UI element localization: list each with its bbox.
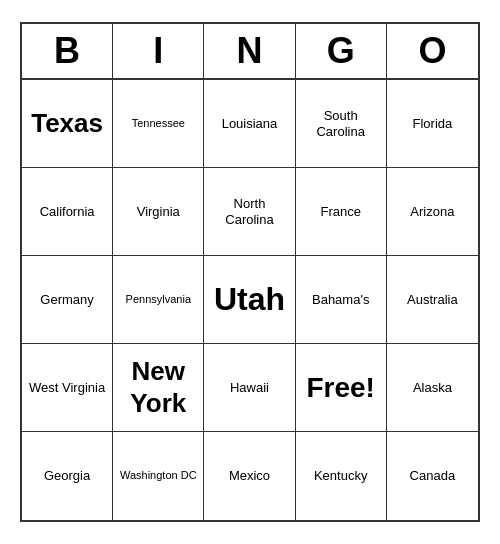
bingo-cell: South Carolina [296, 80, 387, 168]
bingo-cell: Canada [387, 432, 478, 520]
bingo-cell: Utah [204, 256, 295, 344]
bingo-cell: West Virginia [22, 344, 113, 432]
bingo-header-letter: O [387, 24, 478, 78]
bingo-cell: Kentucky [296, 432, 387, 520]
bingo-cell: Washington DC [113, 432, 204, 520]
bingo-cell: Arizona [387, 168, 478, 256]
bingo-cell: Germany [22, 256, 113, 344]
bingo-cell: Hawaii [204, 344, 295, 432]
bingo-grid: TexasTennesseeLouisianaSouth CarolinaFlo… [22, 80, 478, 520]
bingo-cell: New York [113, 344, 204, 432]
bingo-cell: France [296, 168, 387, 256]
bingo-header: BINGO [22, 24, 478, 80]
bingo-header-letter: I [113, 24, 204, 78]
bingo-cell: Pennsylvania [113, 256, 204, 344]
bingo-cell: California [22, 168, 113, 256]
bingo-header-letter: G [296, 24, 387, 78]
bingo-card: BINGO TexasTennesseeLouisianaSouth Carol… [20, 22, 480, 522]
bingo-cell: Georgia [22, 432, 113, 520]
bingo-cell: Florida [387, 80, 478, 168]
bingo-cell: Bahama's [296, 256, 387, 344]
bingo-cell: Australia [387, 256, 478, 344]
bingo-cell: Alaska [387, 344, 478, 432]
bingo-cell: North Carolina [204, 168, 295, 256]
bingo-cell: Louisiana [204, 80, 295, 168]
bingo-cell: Free! [296, 344, 387, 432]
bingo-cell: Tennessee [113, 80, 204, 168]
bingo-cell: Texas [22, 80, 113, 168]
bingo-header-letter: N [204, 24, 295, 78]
bingo-header-letter: B [22, 24, 113, 78]
bingo-cell: Virginia [113, 168, 204, 256]
bingo-cell: Mexico [204, 432, 295, 520]
